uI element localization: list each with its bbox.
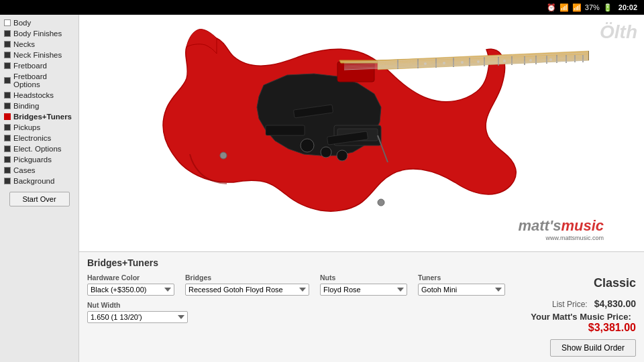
tuners-label: Tuners bbox=[418, 274, 505, 282]
sidebar-checkbox-1 bbox=[4, 30, 11, 37]
sidebar-item-elect--options[interactable]: Elect. Options bbox=[0, 143, 78, 154]
bottom-main-row: Hardware Color Black (+$350.00) Chrome G… bbox=[87, 274, 636, 357]
sidebar-label-10: Electronics bbox=[13, 134, 51, 142]
sidebar-item-necks[interactable]: Necks bbox=[0, 39, 78, 50]
sidebar-item-neck-finishes[interactable]: Neck Finishes bbox=[0, 50, 78, 60]
sidebar-checkbox-9 bbox=[4, 124, 11, 131]
sidebar-checkbox-3 bbox=[4, 52, 11, 58]
sidebar-label-0: Body bbox=[13, 19, 31, 27]
sidebar-item-cases[interactable]: Cases bbox=[0, 165, 78, 176]
svg-point-41 bbox=[301, 139, 314, 152]
your-price-row: Your Matt's Music Price: $3,381.00 bbox=[505, 312, 636, 334]
sidebar-checkbox-6 bbox=[4, 92, 11, 99]
your-price-label: Your Matt's Music Price: bbox=[531, 312, 631, 322]
nut-width-label: Nut Width bbox=[87, 301, 188, 309]
sidebar-label-11: Elect. Options bbox=[13, 145, 62, 153]
nut-width-select[interactable]: 1.650 (1 13/20') 1.625 1.700 bbox=[87, 311, 188, 323]
sidebar-item-pickguards[interactable]: Pickguards bbox=[0, 154, 78, 165]
controls-container: Hardware Color Black (+$350.00) Chrome G… bbox=[87, 274, 505, 323]
tuners-select[interactable]: Gotoh Mini Grover Schaller bbox=[418, 284, 505, 296]
hardware-color-group: Hardware Color Black (+$350.00) Chrome G… bbox=[87, 274, 174, 296]
show-build-order-button[interactable]: Show Build Order bbox=[550, 339, 636, 357]
controls-row-1: Hardware Color Black (+$350.00) Chrome G… bbox=[87, 274, 505, 296]
matts-text: matt's bbox=[518, 217, 561, 234]
section-title: Bridges+Tuners bbox=[87, 257, 636, 268]
sidebar-label-5: Fretboard Options bbox=[13, 72, 74, 88]
svg-point-42 bbox=[321, 147, 331, 158]
sidebar-item-electronics[interactable]: Electronics bbox=[0, 133, 78, 143]
sidebar-checkbox-13 bbox=[4, 167, 11, 174]
sidebar-checkbox-2 bbox=[4, 41, 11, 48]
sidebar-label-2: Necks bbox=[13, 40, 35, 48]
content-area: Ölth bbox=[79, 15, 644, 362]
list-price-label: List Price: bbox=[552, 300, 588, 309]
bridges-select[interactable]: Recessed Gotoh Floyd Rose Standard Floyd… bbox=[185, 284, 309, 296]
wifi-icon: 📶 bbox=[559, 3, 569, 12]
sidebar-item-body-finishes[interactable]: Body Finishes bbox=[0, 28, 78, 39]
sidebar-checkbox-7 bbox=[4, 103, 11, 109]
clock-time: 20:02 bbox=[619, 3, 637, 11]
sidebar-checkbox-4 bbox=[4, 62, 11, 69]
sidebar-item-fretboard[interactable]: Fretboard bbox=[0, 60, 78, 71]
svg-rect-38 bbox=[266, 125, 305, 135]
brand-logo-watermark: Ölth bbox=[600, 21, 637, 43]
sidebar-item-fretboard-options[interactable]: Fretboard Options bbox=[0, 71, 78, 90]
matts-music-watermark: matt'smusic www.mattsmusic.com bbox=[518, 217, 604, 241]
sidebar-checkbox-12 bbox=[4, 156, 11, 163]
nuts-select[interactable]: Floyd Rose Bone Graphite bbox=[320, 284, 407, 296]
sidebar-label-9: Pickups bbox=[13, 123, 40, 131]
sidebar-label-8: Bridges+Tuners bbox=[13, 113, 72, 121]
svg-point-45 bbox=[378, 199, 384, 206]
guitar-image: Carvin bbox=[99, 21, 589, 216]
sidebar-label-7: Binding bbox=[13, 102, 39, 110]
sidebar-item-bridges-tuners[interactable]: Bridges+Tuners bbox=[0, 111, 78, 122]
sidebar-checkbox-0 bbox=[4, 19, 11, 26]
battery-icon: 🔋 bbox=[603, 3, 612, 12]
sidebar-item-headstocks[interactable]: Headstocks bbox=[0, 90, 78, 101]
classic-label: Classic bbox=[505, 276, 636, 290]
battery-text: 37% bbox=[585, 3, 600, 11]
sidebar-label-13: Cases bbox=[13, 166, 36, 174]
matts-url: www.mattsmusic.com bbox=[518, 235, 604, 241]
status-icons: ⏰ 📶 📶 37% 🔋 20:02 bbox=[547, 3, 637, 12]
guitar-area: Ölth bbox=[79, 15, 644, 251]
sidebar-item-pickups[interactable]: Pickups bbox=[0, 122, 78, 133]
sidebar-checkbox-11 bbox=[4, 145, 11, 152]
sidebar-label-14: Background bbox=[13, 177, 54, 185]
sidebar-item-body[interactable]: Body bbox=[0, 17, 78, 28]
sidebar-item-binding[interactable]: Binding bbox=[0, 101, 78, 111]
controls-row-2: Nut Width 1.650 (1 13/20') 1.625 1.700 bbox=[87, 301, 505, 323]
sidebar-checkbox-10 bbox=[4, 135, 11, 141]
start-over-button[interactable]: Start Over bbox=[9, 192, 70, 206]
bridges-label: Bridges bbox=[185, 274, 309, 282]
sidebar-label-4: Fretboard bbox=[13, 62, 47, 70]
sidebar-checkbox-14 bbox=[4, 178, 11, 184]
nuts-group: Nuts Floyd Rose Bone Graphite bbox=[320, 274, 407, 296]
sidebar-label-6: Headstocks bbox=[13, 91, 54, 99]
list-price-row: List Price: $4,830.00 bbox=[505, 298, 636, 309]
your-price-value: $3,381.00 bbox=[588, 322, 636, 333]
tuners-group: Tuners Gotoh Mini Grover Schaller bbox=[418, 274, 505, 296]
signal-icon: 📶 bbox=[572, 3, 582, 12]
sidebar-item-background[interactable]: Background bbox=[0, 176, 78, 186]
sidebar-checkbox-5 bbox=[4, 77, 11, 84]
svg-point-44 bbox=[220, 152, 227, 159]
hardware-color-label: Hardware Color bbox=[87, 274, 174, 282]
pricing-panel: Classic List Price: $4,830.00 Your Matt'… bbox=[505, 274, 636, 357]
status-bar: ⏰ 📶 📶 37% 🔋 20:02 bbox=[0, 0, 644, 15]
nut-width-group: Nut Width 1.650 (1 13/20') 1.625 1.700 bbox=[87, 301, 188, 323]
alarm-icon: ⏰ bbox=[547, 3, 556, 12]
sidebar-checkbox-8 bbox=[4, 113, 11, 120]
sidebar-label-3: Neck Finishes bbox=[13, 51, 62, 59]
hardware-color-select[interactable]: Black (+$350.00) Chrome Gold bbox=[87, 284, 174, 296]
bottom-panel: Bridges+Tuners Hardware Color Black (+$3… bbox=[79, 251, 644, 362]
sidebar-label-12: Pickguards bbox=[13, 156, 52, 164]
svg-point-43 bbox=[337, 150, 347, 161]
sidebar: BodyBody FinishesNecksNeck FinishesFretb… bbox=[0, 15, 79, 362]
main-layout: BodyBody FinishesNecksNeck FinishesFretb… bbox=[0, 15, 644, 362]
sidebar-label-1: Body Finishes bbox=[13, 29, 62, 38]
list-price-value: $4,830.00 bbox=[594, 298, 636, 309]
music-text: music bbox=[561, 217, 604, 234]
bridges-group: Bridges Recessed Gotoh Floyd Rose Standa… bbox=[185, 274, 309, 296]
nuts-label: Nuts bbox=[320, 274, 407, 282]
